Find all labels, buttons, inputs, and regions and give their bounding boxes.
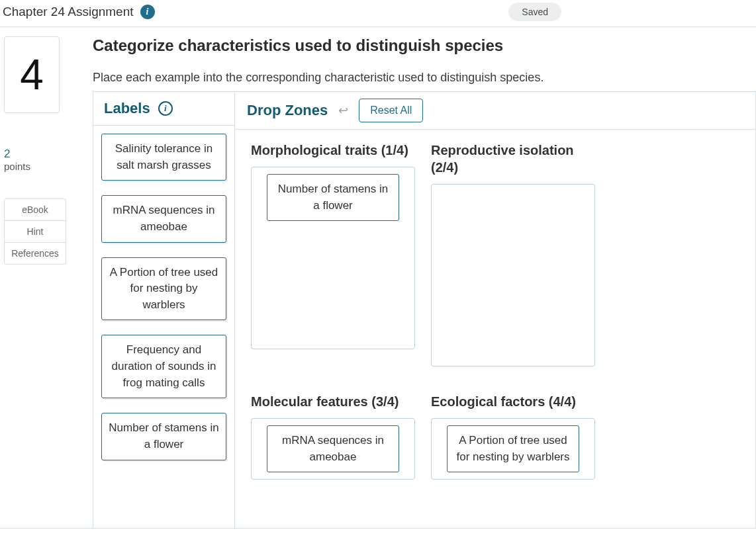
placed-card[interactable]: A Portion of tree used for nesting by wa… <box>447 425 579 472</box>
label-card[interactable]: Frequency and duration of sounds in frog… <box>101 335 226 398</box>
points-value: 2 <box>4 148 79 161</box>
question-title: Categorize characteristics used to disti… <box>93 36 756 55</box>
label-card[interactable]: Number of stamens in a flower <box>101 413 226 460</box>
link-hint[interactable]: Hint <box>5 221 66 243</box>
drop-zone-title: Molecular features (3/4) <box>251 393 415 410</box>
drop-zone-title: Ecological factors (4/4) <box>431 393 595 410</box>
question-instructions: Place each example into the correspondin… <box>93 71 756 85</box>
app-root: Chapter 24 Assignment i Saved 4 2 points… <box>0 0 756 542</box>
drop-zone: Morphological traits (1/4)Number of stam… <box>251 142 415 366</box>
drop-zone-box[interactable]: Number of stamens in a flower <box>251 167 415 349</box>
assignment-title: Chapter 24 Assignment <box>3 5 134 19</box>
page-footer <box>0 528 756 542</box>
left-column: 4 2 points eBook Hint References <box>0 27 85 528</box>
body-row: 4 2 points eBook Hint References Categor… <box>0 27 756 528</box>
drop-zone-box[interactable] <box>431 184 595 366</box>
link-references[interactable]: References <box>5 243 66 264</box>
page-header: Chapter 24 Assignment i Saved <box>0 0 756 27</box>
drop-zone: Molecular features (3/4)mRNA sequences i… <box>251 393 415 480</box>
question-number: 4 <box>4 36 60 113</box>
undo-icon[interactable]: ↩ <box>338 103 348 118</box>
header-left: Chapter 24 Assignment i <box>3 5 155 19</box>
reset-all-button[interactable]: Reset All <box>359 99 423 122</box>
dropzones-body: Morphological traits (1/4)Number of stam… <box>235 130 755 492</box>
label-card[interactable]: A Portion of tree used for nesting by wa… <box>101 257 226 321</box>
drop-zone-box[interactable]: A Portion of tree used for nesting by wa… <box>431 418 595 480</box>
dropzones-pane: Drop Zones ↩ Reset All Morphological tra… <box>235 92 755 528</box>
activity-area: Labels i Salinity tolerance in salt mars… <box>93 91 756 528</box>
drop-zone: Ecological factors (4/4)A Portion of tre… <box>431 393 595 480</box>
labels-header: Labels i <box>93 92 234 126</box>
drop-zone: Reproductive isolation (2/4) <box>431 142 595 366</box>
link-ebook[interactable]: eBook <box>5 199 66 221</box>
placed-card[interactable]: mRNA sequences in ameobae <box>267 425 399 472</box>
dropzones-header: Drop Zones ↩ Reset All <box>235 92 755 130</box>
labels-pane: Labels i Salinity tolerance in salt mars… <box>93 92 235 528</box>
placed-card[interactable]: Number of stamens in a flower <box>267 174 399 221</box>
drop-zone-box[interactable]: mRNA sequences in ameobae <box>251 418 415 480</box>
info-icon[interactable]: i <box>140 5 155 19</box>
label-card[interactable]: Salinity tolerance in salt marsh grasses <box>101 134 226 181</box>
label-card[interactable]: mRNA sequences in ameobae <box>101 195 226 242</box>
saved-status: Saved <box>508 3 561 21</box>
main-column: Categorize characteristics used to disti… <box>85 27 756 528</box>
drop-zone-title: Reproductive isolation (2/4) <box>431 142 595 176</box>
labels-list: Salinity tolerance in salt marsh grasses… <box>93 126 234 468</box>
labels-info-icon[interactable]: i <box>158 101 173 116</box>
dropzones-header-text: Drop Zones <box>247 102 328 119</box>
points-label: points <box>4 161 79 172</box>
side-links: eBook Hint References <box>4 198 66 265</box>
drop-zone-title: Morphological traits (1/4) <box>251 142 415 159</box>
labels-header-text: Labels <box>104 100 150 117</box>
